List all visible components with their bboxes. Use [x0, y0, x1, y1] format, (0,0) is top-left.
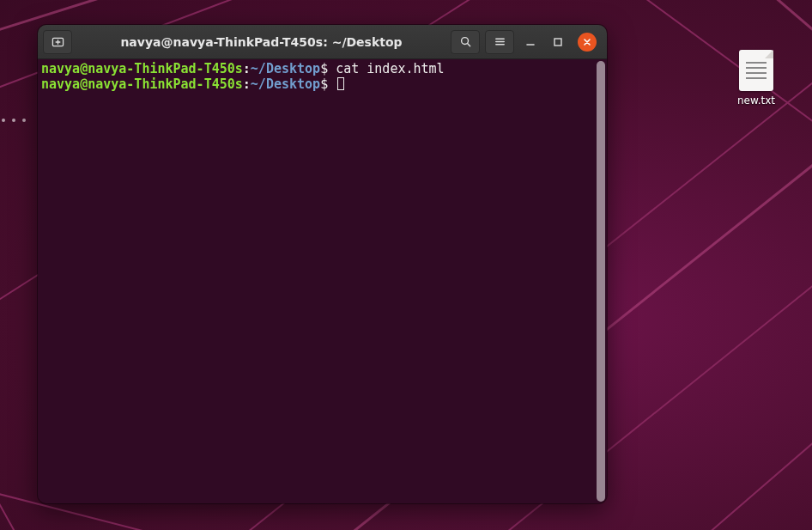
minimize-icon [525, 37, 536, 47]
window-titlebar[interactable]: navya@navya-ThinkPad-T450s: ~/Desktop [38, 25, 607, 59]
maximize-button[interactable] [550, 34, 566, 50]
terminal-line: navya@navya-ThinkPad-T450s:~/Desktop$ ca… [41, 61, 603, 76]
maximize-icon [553, 37, 563, 47]
terminal-scrollbar[interactable] [597, 61, 605, 502]
window-controls [519, 33, 602, 52]
new-tab-button[interactable] [43, 30, 72, 54]
minimize-button[interactable] [523, 34, 538, 50]
command-text: cat index.html [336, 61, 444, 76]
terminal-window[interactable]: navya@navya-ThinkPad-T450s: ~/Desktop [38, 25, 607, 503]
window-title: navya@navya-ThinkPad-T450s: ~/Desktop [77, 35, 445, 49]
desktop-wallpaper: new.txt navya@navya-ThinkPad-T450s: ~/De… [0, 0, 812, 530]
prompt-colon: : [243, 61, 251, 76]
cursor-icon [337, 77, 344, 90]
new-tab-icon [52, 35, 64, 48]
terminal-line: navya@navya-ThinkPad-T450s:~/Desktop$ [41, 76, 603, 92]
prompt-user: navya@navya-ThinkPad-T450s [41, 76, 243, 92]
menu-button[interactable] [485, 30, 514, 54]
hamburger-icon [494, 35, 506, 48]
search-button[interactable] [451, 30, 480, 54]
svg-rect-2 [554, 39, 561, 46]
text-file-icon [739, 50, 773, 91]
prompt-colon: : [243, 76, 251, 92]
close-button[interactable] [578, 33, 597, 52]
prompt-dollar: $ [320, 61, 336, 76]
prompt-dollar: $ [320, 76, 336, 92]
desktop-file-new-txt[interactable]: new.txt [726, 50, 786, 107]
prompt-path: ~/Desktop [251, 61, 320, 76]
prompt-user: navya@navya-ThinkPad-T450s [41, 61, 243, 76]
desktop-file-label: new.txt [726, 94, 786, 107]
close-icon [583, 38, 591, 46]
edge-dots-decoration [0, 119, 26, 122]
terminal-body[interactable]: navya@navya-ThinkPad-T450s:~/Desktop$ ca… [38, 59, 607, 503]
search-icon [459, 35, 472, 48]
prompt-path: ~/Desktop [251, 76, 320, 92]
